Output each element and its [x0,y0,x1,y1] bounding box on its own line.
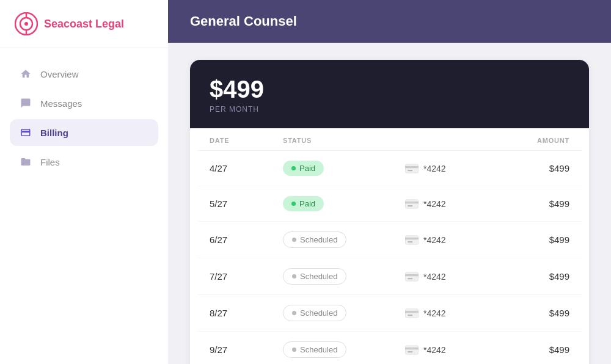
status-badge: Scheduled [283,305,346,321]
svg-rect-16 [408,278,412,279]
badge-label: Scheduled [300,345,337,354]
cell-date: 9/27 [210,344,283,355]
badge-label: Scheduled [300,308,337,318]
card-number: *4242 [423,164,446,173]
main-area: General Counsel $499 PER MONTH DATE STAT… [168,0,611,364]
cell-amount: $499 [496,163,569,173]
cell-date: 7/27 [210,271,283,282]
table-row: 9/27 Scheduled *4242 $499 [197,332,582,364]
billing-hero: $499 PER MONTH [190,60,589,128]
cell-amount: $499 [496,271,569,282]
svg-rect-14 [405,272,418,280]
svg-rect-12 [405,237,419,239]
cell-status: Paid [283,196,405,211]
badge-dot [291,202,296,206]
billing-amount: $499 [210,77,569,101]
svg-rect-10 [408,205,412,206]
files-icon [20,156,32,168]
cell-date: 8/27 [210,308,283,318]
sidebar-item-files[interactable]: Files [10,148,158,175]
logo-icon [15,12,38,35]
svg-rect-19 [408,315,412,316]
status-badge: Paid [283,161,324,176]
card-number: *4242 [423,272,446,282]
sidebar-item-messages[interactable]: Messages [10,90,158,117]
svg-rect-20 [405,345,418,354]
status-badge: Scheduled [283,268,346,285]
badge-dot [291,166,296,170]
badge-dot [292,311,296,315]
sidebar-label-billing: Billing [40,128,68,138]
svg-rect-13 [408,241,412,242]
svg-rect-9 [405,201,419,203]
svg-rect-7 [408,170,412,171]
card-number: *4242 [423,308,446,318]
svg-rect-5 [405,164,418,172]
cell-card: *4242 [405,199,496,209]
status-badge: Scheduled [283,231,346,248]
sidebar-item-overview[interactable]: Overview [10,60,158,87]
svg-rect-18 [405,310,419,312]
page-title: General Counsel [190,13,297,29]
cell-amount: $499 [496,198,569,209]
cell-status: Paid [283,161,405,176]
svg-rect-8 [405,199,418,208]
card-icon [405,272,419,282]
messages-icon [20,97,32,109]
badge-dot [292,348,296,352]
sidebar-item-billing[interactable]: Billing [10,119,158,146]
cell-card: *4242 [405,345,496,355]
svg-rect-15 [405,274,419,275]
table-row: 8/27 Scheduled *4242 $499 [197,295,582,332]
svg-rect-17 [405,308,418,317]
billing-icon [20,126,32,139]
badge-label: Paid [299,199,315,208]
cell-date: 6/27 [210,235,283,245]
cell-amount: $499 [496,235,569,245]
card-number: *4242 [423,199,446,209]
billing-card: $499 PER MONTH DATE STATUS AMOUNT 4/27 P… [190,60,589,364]
table-body: 4/27 Paid *4242 $499 5/27 [197,151,582,364]
svg-rect-11 [405,235,418,244]
cell-card: *4242 [405,164,496,173]
logo: Seacoast Legal [0,0,168,48]
table-row: 5/27 Paid *4242 $499 [197,186,582,222]
cell-status: Scheduled [283,305,405,321]
badge-label: Scheduled [300,272,337,281]
cell-status: Scheduled [283,268,405,285]
card-icon [405,308,419,318]
col-date: DATE [210,137,283,144]
cell-status: Scheduled [283,231,405,248]
badge-dot [292,238,296,242]
badge-label: Paid [299,164,315,173]
status-badge: Scheduled [283,341,346,358]
col-status: STATUS [283,137,405,144]
sidebar-label-messages: Messages [40,98,82,109]
svg-rect-22 [408,351,412,352]
table-row: 6/27 Scheduled *4242 $499 [197,222,582,258]
table-header: DATE STATUS AMOUNT [197,128,582,151]
table-row: 7/27 Scheduled *4242 $499 [197,258,582,295]
badge-dot [292,274,296,278]
cell-card: *4242 [405,308,496,318]
cell-amount: $499 [496,344,569,355]
main-content: $499 PER MONTH DATE STATUS AMOUNT 4/27 P… [168,43,611,364]
logo-text: Seacoast Legal [44,18,124,31]
cell-date: 5/27 [210,198,283,209]
table-row: 4/27 Paid *4242 $499 [197,151,582,186]
cell-card: *4242 [405,272,496,282]
sidebar-label-overview: Overview [40,69,79,79]
col-amount: AMOUNT [496,137,569,144]
main-header: General Counsel [168,0,611,43]
svg-rect-6 [405,166,419,167]
svg-rect-21 [405,347,419,349]
card-icon [405,164,419,173]
cell-date: 4/27 [210,163,283,173]
cell-status: Scheduled [283,341,405,358]
billing-table: DATE STATUS AMOUNT 4/27 Paid [190,128,589,364]
card-icon [405,199,419,209]
card-icon [405,345,419,355]
cell-card: *4242 [405,235,496,245]
badge-label: Scheduled [300,235,337,244]
status-badge: Paid [283,196,324,211]
